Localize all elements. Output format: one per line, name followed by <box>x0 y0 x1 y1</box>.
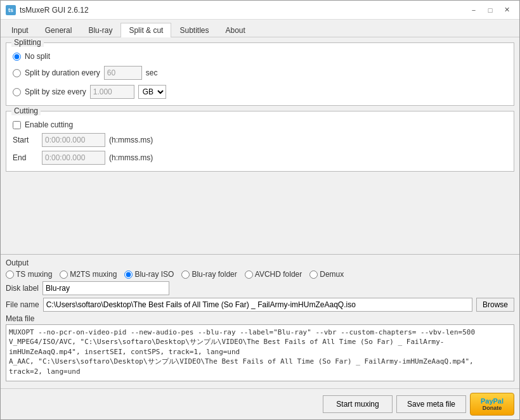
file-name-label: File name <box>6 300 39 309</box>
split-duration-input[interactable] <box>104 66 142 80</box>
output-section: Output TS muxing M2TS muxing Blu-ray ISO… <box>1 254 519 388</box>
demux-radio[interactable] <box>309 270 318 279</box>
window-title: tsMuxeR GUI 2.6.12 <box>20 6 89 15</box>
bluray-folder-radio[interactable] <box>181 270 190 279</box>
enable-cutting-checkbox[interactable] <box>13 121 21 129</box>
bluray-iso-radio[interactable] <box>124 270 133 279</box>
tab-bluray[interactable]: Blu-ray <box>80 23 120 37</box>
start-muxing-button[interactable]: Start muxing <box>323 395 393 413</box>
bluray-iso-label: Blu-ray ISO <box>134 270 174 279</box>
avchd-folder-radio[interactable] <box>245 270 253 279</box>
no-split-label: No split <box>25 52 50 61</box>
demux-item: Demux <box>309 270 344 279</box>
no-split-radio[interactable] <box>13 53 21 61</box>
split-size-label: Split by size every <box>25 87 86 96</box>
end-format: (h:mmss.ms) <box>109 153 153 162</box>
end-label: End <box>13 153 38 162</box>
save-meta-button[interactable]: Save meta file <box>396 395 466 413</box>
file-name-row: File name Browse <box>6 298 514 312</box>
tab-general[interactable]: General <box>37 23 81 37</box>
start-input[interactable] <box>42 133 105 147</box>
avchd-folder-item: AVCHD folder <box>245 270 302 279</box>
demux-label: Demux <box>320 270 344 279</box>
split-cut-area: Splitting No split Split by duration eve… <box>1 37 519 254</box>
tab-subtitles[interactable]: Subtitles <box>171 23 217 37</box>
split-size-radio[interactable] <box>13 88 21 96</box>
bluray-folder-label: Blu-ray folder <box>192 270 237 279</box>
disk-label-text: Disk label <box>6 284 39 293</box>
title-bar: ts tsMuxeR GUI 2.6.12 − □ ✕ <box>1 1 519 20</box>
paypal-logo-blue: Pay <box>481 397 493 405</box>
start-format: (h:mmss.ms) <box>109 136 153 144</box>
title-controls: − □ ✕ <box>466 4 514 16</box>
cutting-group: Cutting Enable cutting Start (h:mmss.ms)… <box>6 111 514 172</box>
minimize-button[interactable]: − <box>466 4 481 16</box>
start-row: Start (h:mmss.ms) <box>13 133 507 147</box>
ts-muxing-item: TS muxing <box>6 270 52 279</box>
splitting-content: No split Split by duration every sec Spl… <box>13 52 507 99</box>
tab-bar: Input General Blu-ray Split & cut Subtit… <box>1 20 519 37</box>
split-duration-row: Split by duration every sec <box>13 66 507 80</box>
tab-about[interactable]: About <box>217 23 253 37</box>
paypal-donate-label: Donate <box>483 405 502 411</box>
meta-file-label: Meta file <box>6 314 514 323</box>
app-icon: ts <box>6 5 16 15</box>
split-size-row: Split by size every MB GB <box>13 85 507 99</box>
avchd-folder-label: AVCHD folder <box>255 270 302 279</box>
m2ts-muxing-item: M2TS muxing <box>60 270 117 279</box>
disk-label-row: Disk label <box>6 281 514 295</box>
end-input[interactable] <box>42 151 105 165</box>
ts-muxing-label: TS muxing <box>16 270 52 279</box>
m2ts-muxing-radio[interactable] <box>60 270 68 279</box>
tab-splitcut[interactable]: Split & cut <box>120 23 171 37</box>
enable-cutting-label: Enable cutting <box>25 120 73 129</box>
close-button[interactable]: ✕ <box>499 4 514 16</box>
output-mode-row: TS muxing M2TS muxing Blu-ray ISO Blu-ra… <box>6 270 514 279</box>
title-bar-left: ts tsMuxeR GUI 2.6.12 <box>6 5 89 15</box>
paypal-donate-button[interactable]: PayPal Donate <box>470 393 514 416</box>
disk-label-input[interactable] <box>42 281 169 295</box>
main-window: ts tsMuxeR GUI 2.6.12 − □ ✕ Input Genera… <box>0 0 520 420</box>
maximize-button[interactable]: □ <box>483 4 498 16</box>
no-split-row: No split <box>13 52 507 61</box>
enable-cutting-row: Enable cutting <box>13 120 507 129</box>
bluray-iso-item: Blu-ray ISO <box>124 270 174 279</box>
meta-file-textarea[interactable] <box>6 324 514 381</box>
bottom-bar: Start muxing Save meta file PayPal Donat… <box>1 388 519 419</box>
split-duration-label: Split by duration every <box>25 68 100 77</box>
bluray-folder-item: Blu-ray folder <box>181 270 237 279</box>
cutting-title: Cutting <box>11 106 41 115</box>
cutting-content: Enable cutting Start (h:mmss.ms) End (h:… <box>13 120 507 165</box>
splitting-title: Splitting <box>11 38 44 47</box>
file-name-input[interactable] <box>43 298 472 312</box>
main-content: Splitting No split Split by duration eve… <box>1 37 519 419</box>
split-duration-radio[interactable] <box>13 69 21 77</box>
output-title: Output <box>6 258 514 267</box>
split-duration-unit: sec <box>146 68 158 77</box>
split-size-input[interactable] <box>90 85 134 99</box>
paypal-logo-light: Pal <box>493 397 504 405</box>
split-size-unit-select[interactable]: MB GB <box>138 85 166 99</box>
bottom-right: Start muxing Save meta file PayPal Donat… <box>323 393 514 416</box>
end-row: End (h:mmss.ms) <box>13 151 507 165</box>
m2ts-muxing-label: M2TS muxing <box>70 270 117 279</box>
paypal-logo: PayPal <box>481 397 504 405</box>
tab-input[interactable]: Input <box>3 23 37 37</box>
meta-file-section: Meta file <box>6 314 514 383</box>
splitting-group: Splitting No split Split by duration eve… <box>6 42 514 106</box>
start-label: Start <box>13 136 38 144</box>
browse-button[interactable]: Browse <box>476 298 514 312</box>
ts-muxing-radio[interactable] <box>6 270 14 279</box>
